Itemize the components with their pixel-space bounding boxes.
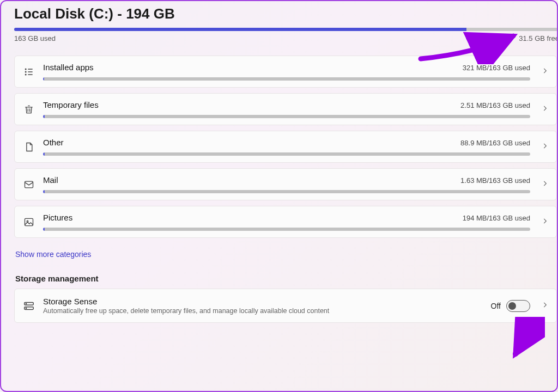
chevron-right-icon — [541, 180, 549, 189]
trash-icon — [22, 103, 35, 116]
category-bar-fill — [43, 152, 45, 156]
svg-point-13 — [26, 303, 26, 304]
storage-sense-toggle[interactable] — [506, 300, 530, 312]
category-row-pictures[interactable]: Pictures194 MB/163 GB used — [14, 206, 557, 238]
show-more-link[interactable]: Show more categories — [15, 250, 91, 259]
sense-icon — [22, 299, 35, 313]
category-label: Temporary files — [43, 100, 99, 109]
category-bar-fill — [43, 228, 45, 231]
used-space-label: 163 GB used — [14, 34, 56, 42]
apps-icon — [22, 65, 35, 78]
category-bar-fill — [43, 115, 45, 118]
toggle-state-label: Off — [491, 302, 501, 310]
page-title: Local Disk (C:) - 194 GB — [14, 5, 557, 22]
storage-sense-title: Storage Sense — [43, 297, 483, 306]
category-bar-fill — [43, 190, 45, 193]
category-label: Pictures — [43, 213, 72, 222]
disk-usage-fill — [14, 28, 466, 31]
category-bar — [43, 228, 530, 231]
category-usage: 1.63 MB/163 GB used — [460, 176, 530, 185]
chevron-right-icon — [541, 67, 549, 77]
toggle-knob — [508, 302, 516, 310]
category-bar — [43, 190, 530, 193]
category-row-temporary-files[interactable]: Temporary files2.51 MB/163 GB used — [14, 93, 557, 125]
category-bar-fill — [43, 77, 44, 81]
category-bar — [43, 115, 530, 118]
category-label: Installed apps — [43, 63, 94, 72]
file-icon — [22, 140, 35, 154]
category-row-other[interactable]: Other88.9 MB/163 GB used — [14, 131, 557, 163]
category-label: Other — [43, 138, 64, 147]
storage-management-heading: Storage management — [15, 274, 557, 283]
category-usage: 2.51 MB/163 GB used — [460, 101, 530, 109]
picture-icon — [22, 216, 35, 229]
category-bar — [43, 152, 530, 156]
chevron-right-icon — [541, 142, 549, 152]
svg-point-1 — [25, 71, 26, 72]
svg-point-14 — [26, 308, 26, 308]
mail-icon — [22, 178, 35, 191]
category-row-installed-apps[interactable]: Installed apps321 MB/163 GB used — [14, 56, 557, 88]
svg-point-2 — [25, 74, 26, 75]
category-label: Mail — [43, 175, 58, 185]
category-usage: 88.9 MB/163 GB used — [460, 139, 530, 147]
category-row-mail[interactable]: Mail1.63 MB/163 GB used — [14, 168, 557, 200]
svg-rect-9 — [25, 218, 33, 225]
category-usage: 321 MB/163 GB used — [463, 64, 530, 72]
chevron-right-icon — [541, 301, 549, 311]
storage-sense-desc: Automatically free up space, delete temp… — [43, 307, 483, 315]
svg-point-0 — [25, 69, 26, 70]
chevron-right-icon — [541, 105, 549, 114]
category-usage: 194 MB/163 GB used — [463, 214, 530, 222]
disk-usage-bar — [14, 28, 558, 31]
storage-sense-row[interactable]: Storage Sense Automatically free up spac… — [14, 289, 557, 323]
free-space-label: 31.5 GB free — [519, 34, 558, 42]
annotation-arrow-2 — [496, 317, 545, 366]
svg-rect-8 — [25, 181, 33, 188]
chevron-right-icon — [541, 217, 549, 227]
category-bar — [43, 77, 530, 81]
